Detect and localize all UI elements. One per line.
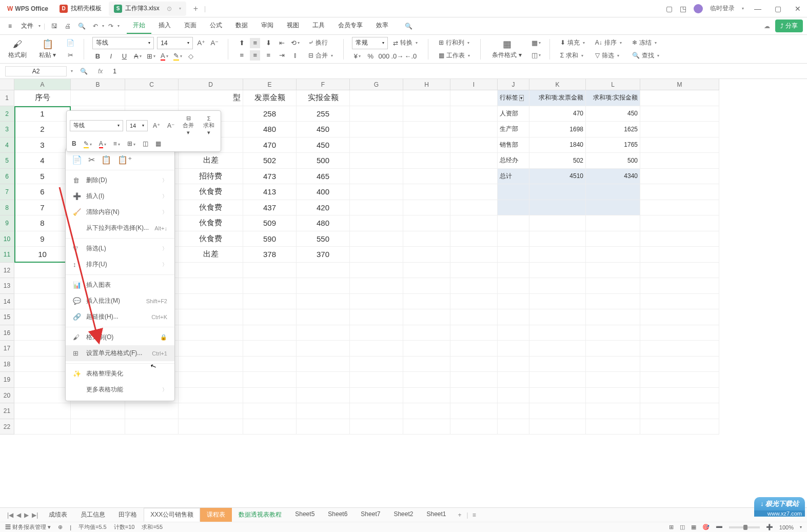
format-painter-button[interactable]: 🖌格式刷 xyxy=(5,38,30,61)
row-header-19[interactable]: 19 xyxy=(0,372,14,388)
empty-cell[interactable] xyxy=(350,215,403,231)
empty-cell[interactable] xyxy=(350,169,403,185)
empty-cell[interactable] xyxy=(498,215,529,231)
empty-cell[interactable] xyxy=(450,388,498,404)
empty-cell[interactable] xyxy=(450,231,498,247)
sheet-tab-7[interactable]: Sheet6 xyxy=(321,508,354,522)
maximize-button[interactable]: ▢ xyxy=(772,5,784,13)
mini-font-color[interactable]: A xyxy=(97,139,108,148)
cell-e11[interactable]: 378 xyxy=(243,247,297,263)
empty-cell[interactable] xyxy=(179,294,243,310)
empty-cell[interactable] xyxy=(297,294,350,310)
mini-align[interactable]: ≡ xyxy=(111,139,122,148)
empty-cell[interactable] xyxy=(640,231,719,247)
row-header-6[interactable]: 6 xyxy=(0,169,14,185)
menu-button[interactable]: ≡ xyxy=(4,21,16,32)
menu-tab-1[interactable]: 插入 xyxy=(152,18,177,34)
cell-a7[interactable]: 6 xyxy=(14,184,71,200)
empty-cell[interactable] xyxy=(450,200,498,216)
mini-border[interactable]: ⊞ xyxy=(125,139,137,148)
search-icon[interactable]: 🔍 xyxy=(405,23,412,30)
empty-cell[interactable] xyxy=(350,137,403,153)
empty-cell[interactable] xyxy=(529,325,586,341)
sheet-tab-8[interactable]: Sheet7 xyxy=(354,508,387,522)
cell-f4[interactable]: 450 xyxy=(297,137,350,153)
doc-tab-templates[interactable]: D找稻壳模板 xyxy=(54,2,107,16)
font-color-icon[interactable]: A xyxy=(159,51,169,62)
row-header-1[interactable]: 1 xyxy=(0,90,14,106)
empty-cell[interactable] xyxy=(350,278,403,294)
empty-cell[interactable] xyxy=(403,200,450,216)
close-button[interactable]: ✕ xyxy=(792,5,804,13)
empty-cell[interactable] xyxy=(450,106,498,122)
menu-tab-7[interactable]: 工具 xyxy=(306,18,331,34)
pivot-label-3[interactable]: 总经办 xyxy=(498,153,529,169)
empty-cell[interactable] xyxy=(640,294,719,310)
empty-cell[interactable] xyxy=(640,106,719,122)
cell-d9[interactable]: 伙食费 xyxy=(179,215,243,231)
strike-icon[interactable]: A xyxy=(132,51,143,62)
preview-icon[interactable]: 🔍 xyxy=(75,21,89,32)
empty-cell[interactable] xyxy=(350,231,403,247)
header-f[interactable]: 实报金额 xyxy=(297,90,350,106)
col-header-G[interactable]: G xyxy=(350,79,403,90)
empty-cell[interactable] xyxy=(297,419,350,435)
mini-style1[interactable]: ◫ xyxy=(141,139,150,148)
ctx-item-3[interactable]: 从下拉列表中选择(K)...Alt+↓ xyxy=(66,220,174,236)
row-header-22[interactable]: 22 xyxy=(0,419,14,435)
mini-merge[interactable]: ⊟合并 ▾ xyxy=(180,114,197,137)
empty-cell[interactable] xyxy=(71,419,125,435)
ctx-item-5[interactable]: ↕排序(U)〉 xyxy=(66,257,174,272)
select-all-corner[interactable] xyxy=(0,79,14,90)
empty-cell[interactable] xyxy=(179,309,243,325)
save-icon[interactable]: 🖫 xyxy=(48,21,61,32)
empty-cell[interactable] xyxy=(640,341,719,357)
border-icon[interactable]: ⊞ xyxy=(146,51,156,62)
cut-icon[interactable]: ✂ xyxy=(65,50,75,61)
sheet-button[interactable]: ▦ 工作表 xyxy=(437,50,472,61)
empty-cell[interactable] xyxy=(403,215,450,231)
sheet-tab-0[interactable]: 成绩表 xyxy=(42,508,74,522)
row-header-5[interactable]: 5 xyxy=(0,153,14,169)
ctx-item-4[interactable]: ▽筛选(L)〉 xyxy=(66,241,174,257)
empty-cell[interactable] xyxy=(297,278,350,294)
row-header-18[interactable]: 18 xyxy=(0,357,14,372)
distribute-icon[interactable]: ⫿ xyxy=(290,50,300,61)
zoom-out-icon[interactable]: ➖ xyxy=(716,524,723,530)
header-e[interactable]: 发票金额 xyxy=(243,90,297,106)
empty-cell[interactable] xyxy=(586,278,640,294)
sheet-tab-6[interactable]: Sheet5 xyxy=(288,508,321,522)
ctx-item-0[interactable]: 🗑删除(D)〉 xyxy=(66,172,174,188)
empty-cell[interactable] xyxy=(350,325,403,341)
cell-e8[interactable]: 437 xyxy=(243,200,297,216)
empty-cell[interactable] xyxy=(350,200,403,216)
empty-cell[interactable] xyxy=(403,231,450,247)
col-header-L[interactable]: L xyxy=(586,79,640,90)
pivot-l-1[interactable]: 1625 xyxy=(586,122,640,137)
empty-cell[interactable] xyxy=(450,153,498,169)
empty-cell[interactable] xyxy=(586,294,640,310)
cell-f3[interactable]: 450 xyxy=(297,122,350,137)
cell-e5[interactable]: 502 xyxy=(243,153,297,169)
empty-cell[interactable] xyxy=(529,231,586,247)
sheet-tab-10[interactable]: Sheet1 xyxy=(420,508,452,522)
cell-e9[interactable]: 509 xyxy=(243,215,297,231)
empty-cell[interactable] xyxy=(71,403,125,419)
undo-icon[interactable]: ↶ xyxy=(90,21,101,32)
empty-cell[interactable] xyxy=(350,403,403,419)
cell-f7[interactable]: 400 xyxy=(297,184,350,200)
empty-cell[interactable] xyxy=(243,341,297,357)
sum-button[interactable]: Σ 求和 xyxy=(558,50,587,61)
empty-cell[interactable] xyxy=(640,278,719,294)
row-header-3[interactable]: 3 xyxy=(0,122,14,137)
doc-tab-workbook[interactable]: S工作簿3.xlsx⊙▾ xyxy=(109,2,186,16)
redo-icon[interactable]: ↷ xyxy=(105,21,116,32)
cell-style-icon[interactable]: ◫ xyxy=(531,50,541,61)
empty-cell[interactable] xyxy=(586,419,640,435)
row-header-10[interactable]: 10 xyxy=(0,231,14,247)
empty-cell[interactable] xyxy=(243,357,297,372)
cell-d11[interactable]: 出差 xyxy=(179,247,243,263)
row-header-20[interactable]: 20 xyxy=(0,388,14,404)
empty-cell[interactable] xyxy=(403,403,450,419)
empty-cell[interactable] xyxy=(529,419,586,435)
